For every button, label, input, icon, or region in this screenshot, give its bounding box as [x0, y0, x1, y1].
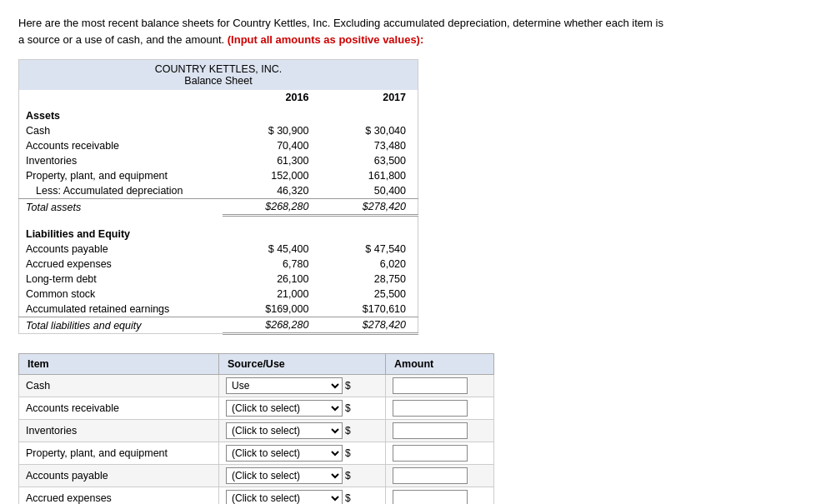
- table-row: Accounts payable(Click to select)SourceU…: [19, 465, 494, 487]
- asset-ar-2017: 73,480: [320, 138, 418, 153]
- asset-depr-label: Less: Accumulated depreciation: [19, 183, 223, 199]
- source-use-select[interactable]: (Click to select)SourceUse: [226, 467, 343, 484]
- table-row: Property, plant, and equipment 152,000 1…: [19, 168, 418, 183]
- source-use-select[interactable]: (Click to select)SourceUse: [226, 377, 343, 394]
- interactive-section: Item Source/Use Amount Cash(Click to sel…: [18, 353, 803, 504]
- amount-input[interactable]: [393, 377, 468, 394]
- total-liabilities-row: Total liabilities and equity $268,280 $2…: [19, 317, 418, 334]
- asset-ppe-2017: 161,800: [320, 168, 418, 183]
- row-source-use-cell[interactable]: (Click to select)SourceUse$: [219, 465, 386, 487]
- table-row: Accrued expenses 6,780 6,020: [19, 257, 418, 272]
- dollar-sign: $: [345, 447, 351, 459]
- sheet-title: Balance Sheet: [26, 75, 411, 87]
- table-row: Long-term debt 26,100 28,750: [19, 272, 418, 287]
- col-source-use-header: Source/Use: [219, 354, 386, 375]
- dollar-sign: $: [345, 470, 351, 482]
- asset-ar-label: Accounts receivable: [19, 138, 223, 153]
- asset-ppe-2016: 152,000: [223, 168, 320, 183]
- table-row: Cash $ 30,900 $ 30,040: [19, 123, 418, 138]
- source-use-select[interactable]: (Click to select)SourceUse: [226, 490, 343, 504]
- liab-ltd-2016: 26,100: [223, 272, 320, 287]
- total-assets-row: Total assets $268,280 $278,420: [19, 199, 418, 216]
- liab-ap-2017: $ 47,540: [320, 242, 418, 257]
- liab-ap-label: Accounts payable: [19, 242, 223, 257]
- intro-text-line2: a source or a use of cash, and the amoun…: [18, 33, 224, 46]
- table-row: Inventories 61,300 63,500: [19, 153, 418, 168]
- source-use-select[interactable]: (Click to select)SourceUse: [226, 400, 343, 417]
- liab-accrued-2016: 6,780: [223, 257, 320, 272]
- row-source-use-cell[interactable]: (Click to select)SourceUse$: [219, 375, 386, 397]
- row-amount-cell[interactable]: [386, 420, 494, 442]
- company-name: COUNTRY KETTLES, INC.: [26, 63, 411, 75]
- amount-input[interactable]: [393, 400, 468, 417]
- row-source-use-cell[interactable]: (Click to select)SourceUse$: [219, 397, 386, 420]
- balance-sheet-section: COUNTRY KETTLES, INC. Balance Sheet 2016…: [18, 59, 803, 335]
- liab-re-2016: $169,000: [223, 302, 320, 317]
- interactive-table: Item Source/Use Amount Cash(Click to sel…: [18, 353, 494, 504]
- assets-header: Assets: [19, 105, 223, 123]
- asset-cash-2016: $ 30,900: [223, 123, 320, 138]
- liabilities-header: Liabilities and Equity: [19, 223, 223, 242]
- liab-cs-label: Common stock: [19, 287, 223, 302]
- amount-input[interactable]: [393, 490, 468, 504]
- asset-cash-2017: $ 30,040: [320, 123, 418, 138]
- amount-input[interactable]: [393, 445, 468, 462]
- total-liabilities-label: Total liabilities and equity: [19, 317, 223, 334]
- col-2017: 2017: [320, 90, 418, 105]
- total-liabilities-2017: $278,420: [320, 317, 418, 334]
- intro-paragraph: Here are the most recent balance sheets …: [18, 15, 803, 47]
- amount-input[interactable]: [393, 467, 468, 484]
- asset-inv-label: Inventories: [19, 153, 223, 168]
- row-amount-cell[interactable]: [386, 465, 494, 487]
- liab-ap-2016: $ 45,400: [223, 242, 320, 257]
- source-use-select[interactable]: (Click to select)SourceUse: [226, 422, 343, 439]
- row-amount-cell[interactable]: [386, 397, 494, 420]
- table-row: Accrued expenses(Click to select)SourceU…: [19, 487, 494, 505]
- row-item-label: Accounts payable: [19, 465, 219, 487]
- table-row: Accumulated retained earnings $169,000 $…: [19, 302, 418, 317]
- row-source-use-cell[interactable]: (Click to select)SourceUse$: [219, 420, 386, 442]
- table-row: Accounts receivable 70,400 73,480: [19, 138, 418, 153]
- asset-inv-2017: 63,500: [320, 153, 418, 168]
- intro-text-line1: Here are the most recent balance sheets …: [18, 17, 663, 29]
- row-amount-cell[interactable]: [386, 375, 494, 397]
- liab-ltd-2017: 28,750: [320, 272, 418, 287]
- row-amount-cell[interactable]: [386, 442, 494, 465]
- balance-sheet-table: COUNTRY KETTLES, INC. Balance Sheet 2016…: [18, 59, 418, 335]
- total-liabilities-2016: $268,280: [223, 317, 320, 334]
- row-item-label: Inventories: [19, 420, 219, 442]
- asset-depr-2016: 46,320: [223, 183, 320, 199]
- row-item-label: Accounts receivable: [19, 397, 219, 420]
- table-row: Common stock 21,000 25,500: [19, 287, 418, 302]
- col-item-header: Item: [19, 354, 219, 375]
- liab-cs-2016: 21,000: [223, 287, 320, 302]
- liab-cs-2017: 25,500: [320, 287, 418, 302]
- asset-depr-2017: 50,400: [320, 183, 418, 199]
- intro-highlight: (Input all amounts as positive values):: [228, 33, 424, 46]
- row-source-use-cell[interactable]: (Click to select)SourceUse$: [219, 487, 386, 505]
- total-assets-label: Total assets: [19, 199, 223, 216]
- table-row: Cash(Click to select)SourceUse$: [19, 375, 494, 397]
- table-row: Accounts payable $ 45,400 $ 47,540: [19, 242, 418, 257]
- col-2016: 2016: [223, 90, 320, 105]
- row-item-label: Accrued expenses: [19, 487, 219, 505]
- amount-input[interactable]: [393, 422, 468, 439]
- dollar-sign: $: [345, 492, 351, 504]
- table-row: Accounts receivable(Click to select)Sour…: [19, 397, 494, 420]
- row-source-use-cell[interactable]: (Click to select)SourceUse$: [219, 442, 386, 465]
- asset-inv-2016: 61,300: [223, 153, 320, 168]
- row-amount-cell[interactable]: [386, 487, 494, 505]
- row-item-label: Property, plant, and equipment: [19, 442, 219, 465]
- table-row: Less: Accumulated depreciation 46,320 50…: [19, 183, 418, 199]
- source-use-select[interactable]: (Click to select)SourceUse: [226, 445, 343, 462]
- liab-re-2017: $170,610: [320, 302, 418, 317]
- asset-cash-label: Cash: [19, 123, 223, 138]
- liab-accrued-2017: 6,020: [320, 257, 418, 272]
- liab-accrued-label: Accrued expenses: [19, 257, 223, 272]
- liab-re-label: Accumulated retained earnings: [19, 302, 223, 317]
- table-row: Inventories(Click to select)SourceUse$: [19, 420, 494, 442]
- table-row: Property, plant, and equipment(Click to …: [19, 442, 494, 465]
- asset-ar-2016: 70,400: [223, 138, 320, 153]
- col-amount-header: Amount: [386, 354, 494, 375]
- total-assets-2017: $278,420: [320, 199, 418, 216]
